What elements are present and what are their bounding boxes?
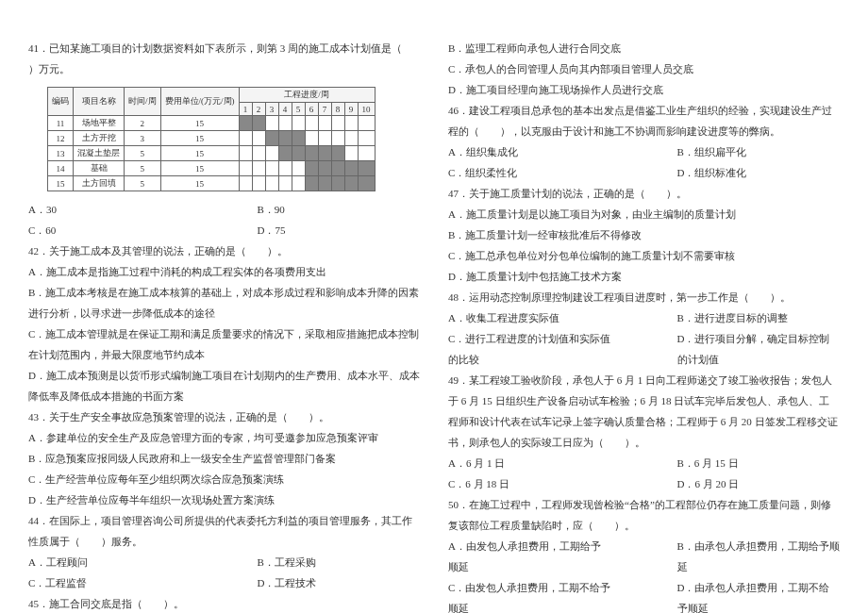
q43-stem: 43．关于生产安全事故应急预案管理的说法，正确的是（ ）。 <box>28 406 420 427</box>
q48-opts-row2: C．进行工程进度的计划值和实际值的比较 D．进行项目分解，确定目标控制的计划值 <box>448 328 840 370</box>
q41-opts-row2: C．60 D．75 <box>28 220 420 240</box>
th-week: 7 <box>318 103 331 116</box>
right-column: B．监理工程师向承包人进行合同交底 C．承包人的合同管理人员向其内部项目管理人员… <box>448 38 840 613</box>
q43-opt-a: A．参建单位的安全生产及应急管理方面的专家，均可受邀参加应急预案评审 <box>28 427 420 448</box>
q44-opt-b: B．工程采购 <box>258 552 421 572</box>
q47-opt-a: A．施工质量计划是以施工项目为对象，由业主编制的质量计划 <box>448 204 840 224</box>
q47-opt-c: C．施工总承包单位对分包单位编制的施工质量计划不需要审核 <box>448 245 840 266</box>
q50-opt-a: A．由发包人承担费用，工期给予顺延 <box>448 536 611 577</box>
q48-opt-a: A．收集工程进度实际值 <box>448 307 611 328</box>
table-row: 13混凝土垫层515 <box>48 146 376 161</box>
th-name: 项目名称 <box>74 88 125 116</box>
table-row: 14基础515 <box>48 161 376 176</box>
q41-table: 编码 项目名称 时间/周 费用单位/(万元/周) 工程进度/周 1 2 3 4 … <box>47 87 420 191</box>
q49-opts-row2: C．6 月 18 日 D．6 月 20 日 <box>448 473 840 494</box>
q44-opts-row1: A．工程顾问 B．工程采购 <box>28 552 420 572</box>
q42-stem: 42．关于施工成本及其管理的说法，正确的是（ ）。 <box>28 240 420 261</box>
table-row: 15土方回填515 <box>48 176 376 191</box>
q43-opt-d: D．生产经营单位应每半年组织一次现场处置方案演练 <box>28 489 420 510</box>
q46-stem: 46．建设工程项目总承包的基本出发点是借鉴工业生产组织的经验，实现建设生产过程的… <box>448 100 840 141</box>
q49-opt-a: A．6 月 1 日 <box>448 453 611 473</box>
left-column: 41．已知某施工项目的计划数据资料如下表所示，则第 3 周的施工成本计划值是（ … <box>28 38 420 613</box>
q46-opt-a: A．组织集成化 <box>448 141 611 162</box>
q48-stem: 48．运用动态控制原理控制建设工程项目进度时，第一步工作是（ ）。 <box>448 287 840 307</box>
page-container: 41．已知某施工项目的计划数据资料如下表所示，则第 3 周的施工成本计划值是（ … <box>0 0 868 613</box>
q48-opt-d: D．进行项目分解，确定目标控制的计划值 <box>677 328 841 370</box>
q41-opt-b: B．90 <box>258 199 421 220</box>
th-progress: 工程进度/周 <box>239 88 375 103</box>
q44-opt-c: C．工程监督 <box>28 572 192 593</box>
q46-opt-c: C．组织柔性化 <box>448 162 611 183</box>
q41-opt-d: D．75 <box>258 220 421 240</box>
q49-stem: 49．某工程竣工验收阶段，承包人于 6 月 1 日向工程师递交了竣工验收报告；发… <box>448 370 840 453</box>
q45-opt-c: C．承包人的合同管理人员向其内部项目管理人员交底 <box>448 58 840 79</box>
q49-opt-b: B．6 月 15 日 <box>677 453 841 473</box>
q49-opt-d: D．6 月 20 日 <box>677 473 841 494</box>
q50-opts-row1: A．由发包人承担费用，工期给予顺延 B．由承包人承担费用，工期给予顺延 <box>448 536 840 577</box>
q42-opt-c: C．施工成本管理就是在保证工期和满足质量要求的情况下，采取相应措施把成本控制在计… <box>28 323 420 365</box>
q45-opt-b: B．监理工程师向承包人进行合同交底 <box>448 38 840 58</box>
table-row: 11场地平整215 <box>48 116 376 131</box>
q47-opt-d: D．施工质量计划中包括施工技术方案 <box>448 266 840 287</box>
q50-opt-b: B．由承包人承担费用，工期给予顺延 <box>677 536 841 577</box>
th-week: 4 <box>278 103 292 116</box>
th-week: 2 <box>252 103 265 116</box>
q44-stem: 44．在国际上，项目管理咨询公司所提供的代表委托方利益的项目管理服务，其工作性质… <box>28 510 420 552</box>
q46-opt-d: D．组织标准化 <box>677 162 841 183</box>
th-week: 8 <box>331 103 344 116</box>
th-time: 时间/周 <box>125 88 161 116</box>
q50-opts-row2: C．由发包人承担费用，工期不给予顺延 D．由承包人承担费用，工期不给予顺延 <box>448 577 840 613</box>
q41-opt-c: C．60 <box>28 220 192 240</box>
th-code: 编码 <box>48 88 74 116</box>
q44-opts-row2: C．工程监督 D．工程技术 <box>28 572 420 593</box>
q48-opts-row1: A．收集工程进度实际值 B．进行进度目标的调整 <box>448 307 840 328</box>
q49-opts-row1: A．6 月 1 日 B．6 月 15 日 <box>448 453 840 473</box>
q42-opt-b: B．施工成本考核是在施工成本核算的基础上，对成本形成过程和影响成本升降的因素进行… <box>28 282 420 323</box>
th-week: 6 <box>305 103 318 116</box>
q45-stem: 45．施工合同交底是指（ ）。 <box>28 593 420 613</box>
q43-opt-b: B．应急预案应报同级人民政府和上一级安全生产监督管理部门备案 <box>28 448 420 469</box>
q49-opt-c: C．6 月 18 日 <box>448 473 611 494</box>
q46-opts-row2: C．组织柔性化 D．组织标准化 <box>448 162 840 183</box>
q50-opt-d: D．由承包人承担费用，工期不给予顺延 <box>677 577 841 613</box>
th-cost: 费用单位/(万元/周) <box>160 88 239 116</box>
q42-opt-d: D．施工成本预测是以货币形式编制施工项目在计划期内的生产费用、成本水平、成本降低… <box>28 365 420 406</box>
q42-opt-a: A．施工成本是指施工过程中消耗的构成工程实体的各项费用支出 <box>28 261 420 282</box>
q48-opt-b: B．进行进度目标的调整 <box>677 307 841 328</box>
q47-stem: 47．关于施工质量计划的说法，正确的是（ ）。 <box>448 183 840 204</box>
q41-opt-a: A．30 <box>28 199 192 220</box>
th-week: 10 <box>358 103 375 116</box>
q46-opt-b: B．组织扁平化 <box>677 141 841 162</box>
th-week: 5 <box>292 103 305 116</box>
q50-opt-c: C．由发包人承担费用，工期不给予顺延 <box>448 577 611 613</box>
q44-opt-a: A．工程顾问 <box>28 552 192 572</box>
th-week: 1 <box>239 103 252 116</box>
q48-opt-c: C．进行工程进度的计划值和实际值的比较 <box>448 328 611 370</box>
q41-opts-row1: A．30 B．90 <box>28 199 420 220</box>
q46-opts-row1: A．组织集成化 B．组织扁平化 <box>448 141 840 162</box>
q41-stem: 41．已知某施工项目的计划数据资料如下表所示，则第 3 周的施工成本计划值是（ … <box>28 38 420 79</box>
th-week: 3 <box>265 103 278 116</box>
q44-opt-d: D．工程技术 <box>258 572 421 593</box>
q45-opt-d: D．施工项目经理向施工现场操作人员进行交底 <box>448 79 840 100</box>
th-week: 9 <box>344 103 358 116</box>
q50-stem: 50．在施工过程中，工程师发现曾检验“合格”的工程部位仍存在施工质量问题，则修复… <box>448 494 840 536</box>
gantt-table: 编码 项目名称 时间/周 费用单位/(万元/周) 工程进度/周 1 2 3 4 … <box>47 87 376 191</box>
table-row: 12土方开挖315 <box>48 131 376 146</box>
q47-opt-b: B．施工质量计划一经审核批准后不得修改 <box>448 224 840 245</box>
q43-opt-c: C．生产经营单位应每年至少组织两次综合应急预案演练 <box>28 469 420 489</box>
